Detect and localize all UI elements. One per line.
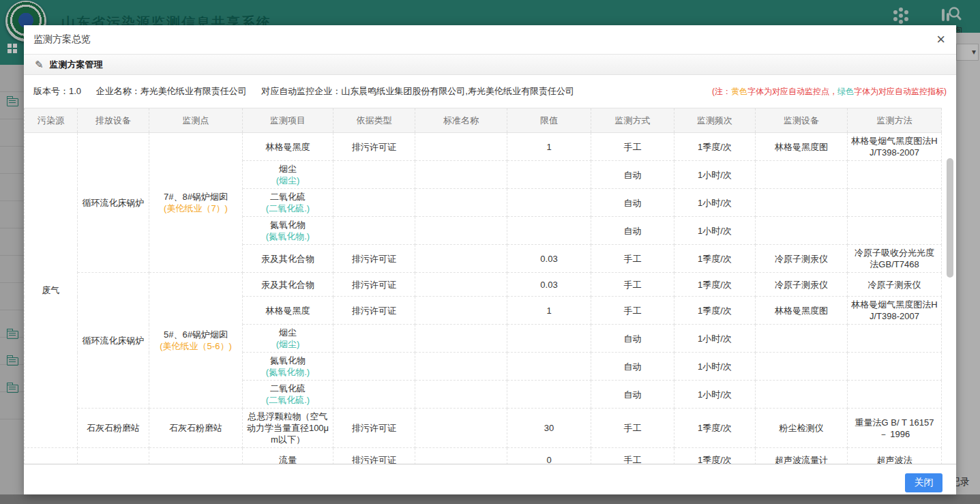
table-cell <box>333 189 415 217</box>
table-cell: 1小时/次 <box>674 189 756 217</box>
table-cell <box>507 353 591 381</box>
table-cell <box>848 217 942 245</box>
table-cell <box>415 448 507 465</box>
table-cell: 自动 <box>591 325 674 353</box>
table-cell: 手工 <box>591 133 674 161</box>
table-cell: 循环流化床锅炉 <box>78 133 149 273</box>
version-value: 1.0 <box>69 86 81 96</box>
table-cell: 二氧化硫(二氧化硫.) <box>243 189 333 217</box>
table-cell <box>415 273 507 297</box>
table-cell: 总悬浮颗粒物（空气动力学当量直径100μm以下） <box>243 409 333 448</box>
table-cell <box>333 217 415 245</box>
table-scrollbar-track[interactable] <box>947 132 953 464</box>
table-cell: 二氧化硫(二氧化硫.) <box>243 381 333 409</box>
note-middle: 字体为对应自动监控点， <box>747 87 837 96</box>
table-cell <box>756 161 848 189</box>
table-cell: 排污许可证 <box>333 273 415 297</box>
plan-info-row: 版本号：1.0 企业名称：寿光美伦纸业有限责任公司 对应自动监控企业：山东晨鸣纸… <box>24 75 956 108</box>
table-cell: 自动 <box>591 161 674 189</box>
modal-close-button[interactable]: × <box>936 31 945 48</box>
column-header: 依据类型 <box>333 108 415 133</box>
column-header: 污染源 <box>25 108 78 133</box>
table-cell: 1季度/次 <box>674 448 756 465</box>
table-cell: 1 <box>507 297 591 325</box>
table-cell: 1季度/次 <box>674 297 756 325</box>
table-cell <box>333 353 415 381</box>
table-cell: 超声波法 <box>848 448 942 465</box>
table-cell: 循环流化床锅炉 <box>78 273 149 409</box>
table-cell: 林格曼黑度 <box>243 133 333 161</box>
table-cell: 1小时/次 <box>674 161 756 189</box>
table-cell: 1季度/次 <box>674 133 756 161</box>
table-cell: 1小时/次 <box>674 353 756 381</box>
table-cell <box>25 448 78 465</box>
note-suffix: 字体为对应自动监控指标) <box>854 87 947 96</box>
table-cell: 5#、6#锅炉烟囱(美伦纸业（5-6）) <box>149 273 243 409</box>
table-cell <box>333 325 415 353</box>
table-cell: 1小时/次 <box>674 381 756 409</box>
table-cell: 石灰石粉磨站 <box>149 409 243 448</box>
color-legend-note: (注：黄色字体为对应自动监控点，绿色字体为对应自动监控指标) <box>712 86 947 98</box>
table-scrollbar-thumb[interactable] <box>947 158 953 278</box>
table-cell: 氮氧化物(氮氧化物.) <box>243 217 333 245</box>
table-cell: 自动 <box>591 189 674 217</box>
table-cell <box>415 297 507 325</box>
table-cell <box>415 381 507 409</box>
monitoring-plan-modal: 监测方案总览 × ✎ 监测方案管理 版本号：1.0 企业名称：寿光美伦纸业有限责… <box>24 25 956 494</box>
column-header: 监测点 <box>149 108 243 133</box>
modal-footer: 关闭 <box>24 464 956 494</box>
table-cell: 1季度/次 <box>674 409 756 448</box>
note-prefix: (注： <box>712 87 731 96</box>
column-header: 监测项目 <box>243 108 333 133</box>
table-cell: 排污许可证 <box>333 297 415 325</box>
table-cell: 0.03 <box>507 245 591 273</box>
plan-table: 污染源排放设备监测点监测项目依据类型标准名称限值监测方式监测频次监测设备监测方法… <box>24 108 942 464</box>
table-cell: 氮氧化物(氮氧化物.) <box>243 353 333 381</box>
modal-title: 监测方案总览 <box>33 33 91 46</box>
table-cell <box>415 133 507 161</box>
table-cell: 石灰石粉磨站 <box>78 409 149 448</box>
section-title: 监测方案管理 <box>50 59 103 71</box>
table-cell: 烟尘(烟尘) <box>243 161 333 189</box>
table-cell <box>848 189 942 217</box>
table-row: 循环流化床锅炉5#、6#锅炉烟囱(美伦纸业（5-6）)汞及其化合物排污许可证0.… <box>25 273 942 297</box>
column-header: 监测方式 <box>591 108 674 133</box>
close-button[interactable]: 关闭 <box>905 473 942 492</box>
company-value: 寿光美伦纸业有限责任公司 <box>140 86 247 96</box>
table-cell <box>149 448 243 465</box>
table-cell: 手工 <box>591 245 674 273</box>
table-cell <box>415 245 507 273</box>
table-cell <box>415 189 507 217</box>
table-cell <box>848 381 942 409</box>
table-cell <box>756 217 848 245</box>
table-cell: 冷原子测汞仪 <box>848 273 942 297</box>
pen-icon: ✎ <box>35 59 44 71</box>
table-cell: 排污许可证 <box>333 245 415 273</box>
plan-table-container: 污染源排放设备监测点监测项目依据类型标准名称限值监测方式监测频次监测设备监测方法… <box>24 108 956 464</box>
column-header: 监测方法 <box>848 108 942 133</box>
table-cell: 粉尘检测仪 <box>756 409 848 448</box>
table-cell: 自动 <box>591 217 674 245</box>
table-cell <box>333 381 415 409</box>
table-header-row: 污染源排放设备监测点监测项目依据类型标准名称限值监测方式监测频次监测设备监测方法 <box>25 108 942 133</box>
table-cell: 7#、8#锅炉烟囱(美伦纸业（7）) <box>149 133 243 273</box>
column-header: 标准名称 <box>415 108 507 133</box>
company-label: 企业名称： <box>96 86 140 96</box>
table-cell: 手工 <box>591 448 674 465</box>
table-cell <box>756 353 848 381</box>
table-cell: 0 <box>507 448 591 465</box>
table-cell <box>756 325 848 353</box>
table-cell: 冷原子测汞仪 <box>756 245 848 273</box>
version-label: 版本号： <box>33 86 69 96</box>
note-green-word: 绿色 <box>837 87 854 96</box>
table-cell: 1小时/次 <box>674 325 756 353</box>
table-cell: 排污许可证 <box>333 448 415 465</box>
auto-company-label: 对应自动监控企业： <box>261 86 341 96</box>
table-cell <box>507 161 591 189</box>
modal-header: 监测方案总览 × <box>24 25 956 55</box>
table-cell <box>507 189 591 217</box>
column-header: 排放设备 <box>78 108 149 133</box>
column-header: 监测频次 <box>674 108 756 133</box>
table-cell <box>848 353 942 381</box>
table-cell: 手工 <box>591 409 674 448</box>
